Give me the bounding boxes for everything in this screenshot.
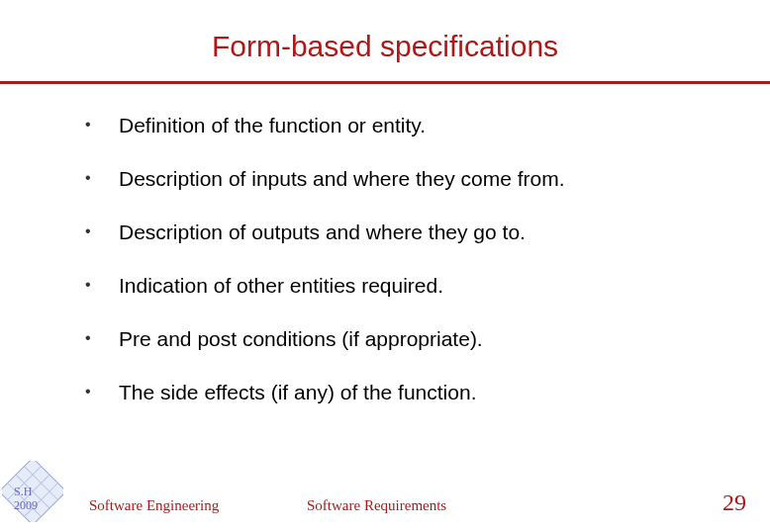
- bullet-text: Description of outputs and where they go…: [119, 221, 526, 244]
- bullet-text: The side effects (if any) of the functio…: [119, 381, 476, 404]
- bullet-icon: •: [79, 114, 119, 135]
- bullet-text: Indication of other entities required.: [119, 274, 443, 298]
- bullet-text: Pre and post conditions (if appropriate)…: [119, 327, 483, 351]
- logo-text: S.H 2009: [14, 485, 38, 512]
- bullet-text: Definition of the function or entity.: [119, 114, 426, 137]
- bullet-icon: •: [79, 221, 119, 242]
- list-item: • The side effects (if any) of the funct…: [79, 381, 721, 404]
- content-area: • Definition of the function or entity. …: [0, 84, 770, 404]
- list-item: • Description of outputs and where they …: [79, 221, 721, 244]
- bullet-icon: •: [79, 327, 119, 349]
- list-item: • Indication of other entities required.: [79, 274, 721, 298]
- bullet-list: • Definition of the function or entity. …: [79, 114, 721, 404]
- page-number: 29: [722, 489, 746, 516]
- slide: Form-based specifications • Definition o…: [0, 0, 770, 532]
- bullet-text: Description of inputs and where they com…: [119, 167, 565, 191]
- list-item: • Definition of the function or entity.: [79, 114, 721, 137]
- list-item: • Description of inputs and where they c…: [79, 167, 721, 191]
- footer-center-text: Software Requirements: [307, 497, 446, 514]
- bullet-icon: •: [79, 274, 119, 296]
- logo-line1: S.H: [14, 485, 38, 498]
- logo-line2: 2009: [14, 498, 38, 512]
- footer-left-text: Software Engineering: [89, 497, 219, 514]
- bullet-icon: •: [79, 167, 119, 189]
- bullet-icon: •: [79, 381, 119, 402]
- slide-title: Form-based specifications: [0, 0, 770, 81]
- list-item: • Pre and post conditions (if appropriat…: [79, 327, 721, 351]
- footer: Software Engineering Software Requiremen…: [0, 490, 770, 520]
